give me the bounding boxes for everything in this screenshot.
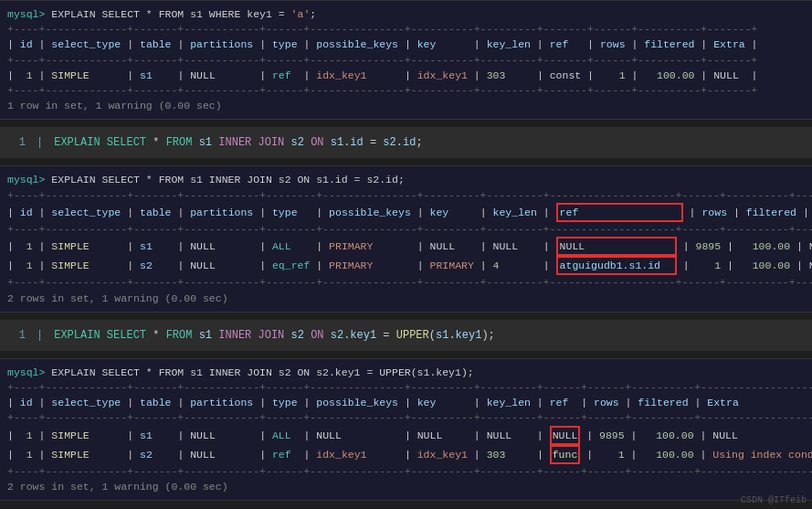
code-line-2: 1 | EXPLAIN SELECT * FROM s1 INNER JOIN … — [0, 320, 812, 351]
line-number: 1 — [11, 329, 26, 342]
table-row: | 1 | SIMPLE | s1 | NULL | ALL | PRIMARY… — [7, 237, 805, 256]
separator: +----+-------------+-------+------------… — [7, 222, 805, 237]
separator: +----+-------------+-------+------------… — [7, 53, 805, 68]
table-row: | 1 | SIMPLE | s2 | NULL | ref | idx_key… — [7, 445, 805, 464]
terminal-line: mysql> EXPLAIN SELECT * FROM s1 WHERE ke… — [7, 6, 805, 22]
result-info: 2 rows in set, 1 warning (0.00 sec) — [7, 479, 805, 494]
separator: +----+-------------+-------+------------… — [7, 83, 805, 98]
terminal-line: mysql> EXPLAIN SELECT * FROM s1 INNER JO… — [7, 172, 805, 187]
watermark: CSDN @ITfeib — [741, 495, 807, 505]
separator: +----+-------------+-------+------------… — [7, 380, 805, 395]
terminal-block-2: mysql> EXPLAIN SELECT * FROM s1 INNER JO… — [0, 165, 812, 313]
section2-terminal: mysql> EXPLAIN SELECT * FROM s1 INNER JO… — [0, 165, 812, 313]
section3-terminal: mysql> EXPLAIN SELECT * FROM s1 INNER JO… — [0, 358, 812, 502]
code-text: EXPLAIN SELECT * FROM s1 INNER JOIN s2 O… — [54, 136, 422, 149]
gap3 — [0, 313, 812, 320]
table-header: | id | select_type | table | partitions … — [7, 37, 805, 52]
section1-terminal: mysql> EXPLAIN SELECT * FROM s1 WHERE ke… — [0, 0, 812, 120]
table-row: | 1 | SIMPLE | s1 | NULL | ALL | NULL | … — [7, 426, 805, 445]
gap4 — [0, 351, 812, 358]
gap1 — [0, 120, 812, 127]
code-text: EXPLAIN SELECT * FROM s1 INNER JOIN s2 O… — [54, 329, 495, 342]
terminal-line: mysql> EXPLAIN SELECT * FROM s1 INNER JO… — [7, 365, 805, 380]
separator: +----+-------------+-------+------------… — [7, 410, 805, 425]
separator: +----+-------------+-------+------------… — [7, 464, 805, 479]
gap2 — [0, 158, 812, 165]
terminal-block-3: mysql> EXPLAIN SELECT * FROM s1 INNER JO… — [0, 358, 812, 502]
pipe: | — [37, 136, 43, 149]
line-number: 1 — [11, 136, 26, 149]
terminal-block-1: mysql> EXPLAIN SELECT * FROM s1 WHERE ke… — [0, 0, 812, 120]
separator: +----+-------------+-------+------------… — [7, 22, 805, 37]
table-header: | id | select_type | table | partitions … — [7, 395, 805, 410]
table-row: | 1 | SIMPLE | s1 | NULL | ref | idx_key… — [7, 68, 805, 83]
result-info: 2 rows in set, 1 warning (0.00 sec) — [7, 291, 805, 306]
separator: +----+-------------+-------+------------… — [7, 188, 805, 203]
code-line-1: 1 | EXPLAIN SELECT * FROM s1 INNER JOIN … — [0, 127, 812, 158]
table-header: | id | select_type | table | partitions … — [7, 203, 805, 222]
table-row: | 1 | SIMPLE | s2 | NULL | eq_ref | PRIM… — [7, 256, 805, 275]
pipe: | — [37, 329, 43, 342]
separator: +----+-------------+-------+------------… — [7, 275, 805, 290]
result-info: 1 row in set, 1 warning (0.00 sec) — [7, 98, 805, 113]
